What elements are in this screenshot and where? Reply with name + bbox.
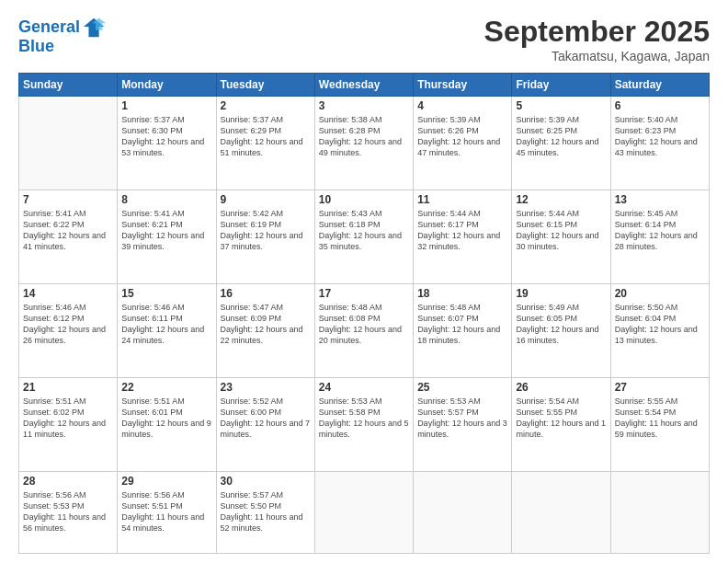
- day-number: 12: [516, 193, 606, 206]
- calendar-cell: 16Sunrise: 5:47 AMSunset: 6:09 PMDayligh…: [216, 283, 314, 377]
- day-number: 17: [319, 287, 409, 300]
- cell-info: Sunrise: 5:50 AMSunset: 6:04 PMDaylight:…: [615, 302, 705, 347]
- calendar-cell: [19, 97, 118, 190]
- day-number: 8: [121, 193, 211, 206]
- calendar-cell: 24Sunrise: 5:53 AMSunset: 5:58 PMDayligh…: [314, 377, 413, 471]
- location: Takamatsu, Kagawa, Japan: [484, 49, 710, 63]
- calendar-cell: 2Sunrise: 5:37 AMSunset: 6:29 PMDaylight…: [216, 97, 314, 190]
- day-number: 15: [121, 287, 211, 300]
- cell-info: Sunrise: 5:41 AMSunset: 6:21 PMDaylight:…: [121, 208, 211, 253]
- calendar-week-row: 1Sunrise: 5:37 AMSunset: 6:30 PMDaylight…: [19, 97, 710, 190]
- calendar-cell: 11Sunrise: 5:44 AMSunset: 6:17 PMDayligh…: [414, 190, 512, 283]
- calendar-cell: 6Sunrise: 5:40 AMSunset: 6:23 PMDaylight…: [610, 97, 709, 190]
- title-block: September 2025 Takamatsu, Kagawa, Japan: [484, 15, 710, 63]
- day-number: 24: [319, 381, 409, 394]
- calendar-cell: 17Sunrise: 5:48 AMSunset: 6:08 PMDayligh…: [314, 283, 413, 377]
- calendar-cell: 27Sunrise: 5:55 AMSunset: 5:54 PMDayligh…: [610, 377, 709, 471]
- calendar-cell: 20Sunrise: 5:50 AMSunset: 6:04 PMDayligh…: [610, 283, 709, 377]
- cell-info: Sunrise: 5:48 AMSunset: 6:08 PMDaylight:…: [319, 302, 409, 347]
- calendar-header-wednesday: Wednesday: [314, 74, 413, 97]
- logo-text: General: [18, 18, 80, 37]
- day-number: 6: [615, 99, 705, 112]
- cell-info: Sunrise: 5:56 AMSunset: 5:53 PMDaylight:…: [23, 489, 113, 534]
- cell-info: Sunrise: 5:39 AMSunset: 6:25 PMDaylight:…: [516, 114, 606, 159]
- logo-icon: [82, 15, 108, 40]
- cell-info: Sunrise: 5:38 AMSunset: 6:28 PMDaylight:…: [319, 114, 409, 159]
- calendar-week-row: 14Sunrise: 5:46 AMSunset: 6:12 PMDayligh…: [19, 283, 710, 377]
- calendar-header-row: SundayMondayTuesdayWednesdayThursdayFrid…: [19, 74, 710, 97]
- day-number: 27: [615, 381, 705, 394]
- day-number: 9: [221, 193, 311, 206]
- cell-info: Sunrise: 5:48 AMSunset: 6:07 PMDaylight:…: [417, 302, 507, 347]
- cell-info: Sunrise: 5:49 AMSunset: 6:05 PMDaylight:…: [516, 302, 606, 347]
- cell-info: Sunrise: 5:54 AMSunset: 5:55 PMDaylight:…: [516, 396, 606, 441]
- calendar-cell: 22Sunrise: 5:51 AMSunset: 6:01 PMDayligh…: [118, 377, 216, 471]
- calendar-header-sunday: Sunday: [19, 74, 118, 97]
- calendar-cell: 5Sunrise: 5:39 AMSunset: 6:25 PMDaylight…: [512, 97, 610, 190]
- day-number: 5: [516, 99, 606, 112]
- calendar-header-tuesday: Tuesday: [216, 74, 314, 97]
- cell-info: Sunrise: 5:46 AMSunset: 6:11 PMDaylight:…: [121, 302, 211, 347]
- cell-info: Sunrise: 5:51 AMSunset: 6:02 PMDaylight:…: [23, 396, 113, 441]
- calendar-cell: 29Sunrise: 5:56 AMSunset: 5:51 PMDayligh…: [118, 471, 216, 553]
- calendar-cell: 14Sunrise: 5:46 AMSunset: 6:12 PMDayligh…: [19, 283, 118, 377]
- calendar-cell: 18Sunrise: 5:48 AMSunset: 6:07 PMDayligh…: [414, 283, 512, 377]
- calendar-cell: 23Sunrise: 5:52 AMSunset: 6:00 PMDayligh…: [216, 377, 314, 471]
- calendar-cell: 30Sunrise: 5:57 AMSunset: 5:50 PMDayligh…: [216, 471, 314, 553]
- cell-info: Sunrise: 5:39 AMSunset: 6:26 PMDaylight:…: [417, 114, 507, 159]
- cell-info: Sunrise: 5:46 AMSunset: 6:12 PMDaylight:…: [23, 302, 113, 347]
- calendar-cell: 12Sunrise: 5:44 AMSunset: 6:15 PMDayligh…: [512, 190, 610, 283]
- header: General Blue September 2025 Takamatsu, K…: [18, 15, 710, 63]
- day-number: 25: [417, 381, 507, 394]
- cell-info: Sunrise: 5:53 AMSunset: 5:57 PMDaylight:…: [417, 396, 507, 441]
- cell-info: Sunrise: 5:37 AMSunset: 6:30 PMDaylight:…: [121, 114, 211, 159]
- calendar-header-thursday: Thursday: [414, 74, 512, 97]
- calendar-cell: 10Sunrise: 5:43 AMSunset: 6:18 PMDayligh…: [314, 190, 413, 283]
- cell-info: Sunrise: 5:37 AMSunset: 6:29 PMDaylight:…: [221, 114, 311, 159]
- calendar-cell: 8Sunrise: 5:41 AMSunset: 6:21 PMDaylight…: [118, 190, 216, 283]
- day-number: 28: [23, 475, 113, 488]
- calendar-cell: 9Sunrise: 5:42 AMSunset: 6:19 PMDaylight…: [216, 190, 314, 283]
- calendar-cell: 13Sunrise: 5:45 AMSunset: 6:14 PMDayligh…: [610, 190, 709, 283]
- calendar-header-friday: Friday: [512, 74, 610, 97]
- cell-info: Sunrise: 5:51 AMSunset: 6:01 PMDaylight:…: [121, 396, 211, 441]
- cell-info: Sunrise: 5:42 AMSunset: 6:19 PMDaylight:…: [221, 208, 311, 253]
- calendar-cell: [512, 471, 610, 553]
- calendar-cell: 21Sunrise: 5:51 AMSunset: 6:02 PMDayligh…: [19, 377, 118, 471]
- day-number: 10: [319, 193, 409, 206]
- calendar-cell: 3Sunrise: 5:38 AMSunset: 6:28 PMDaylight…: [314, 97, 413, 190]
- calendar-cell: 1Sunrise: 5:37 AMSunset: 6:30 PMDaylight…: [118, 97, 216, 190]
- cell-info: Sunrise: 5:44 AMSunset: 6:17 PMDaylight:…: [417, 208, 507, 253]
- day-number: 30: [221, 475, 311, 488]
- day-number: 21: [23, 381, 113, 394]
- day-number: 4: [417, 99, 507, 112]
- calendar-cell: [314, 471, 413, 553]
- cell-info: Sunrise: 5:40 AMSunset: 6:23 PMDaylight:…: [615, 114, 705, 159]
- calendar-cell: 4Sunrise: 5:39 AMSunset: 6:26 PMDaylight…: [414, 97, 512, 190]
- cell-info: Sunrise: 5:44 AMSunset: 6:15 PMDaylight:…: [516, 208, 606, 253]
- cell-info: Sunrise: 5:55 AMSunset: 5:54 PMDaylight:…: [615, 396, 705, 441]
- calendar-cell: [610, 471, 709, 553]
- calendar-cell: 26Sunrise: 5:54 AMSunset: 5:55 PMDayligh…: [512, 377, 610, 471]
- day-number: 11: [417, 193, 507, 206]
- day-number: 2: [221, 99, 311, 112]
- day-number: 16: [221, 287, 311, 300]
- logo: General Blue: [18, 15, 108, 56]
- calendar-cell: 15Sunrise: 5:46 AMSunset: 6:11 PMDayligh…: [118, 283, 216, 377]
- day-number: 3: [319, 99, 409, 112]
- day-number: 23: [221, 381, 311, 394]
- calendar-cell: 28Sunrise: 5:56 AMSunset: 5:53 PMDayligh…: [19, 471, 118, 553]
- month-year: September 2025: [484, 15, 710, 49]
- cell-info: Sunrise: 5:57 AMSunset: 5:50 PMDaylight:…: [221, 489, 311, 534]
- day-number: 1: [121, 99, 211, 112]
- calendar-header-saturday: Saturday: [610, 74, 709, 97]
- calendar-week-row: 28Sunrise: 5:56 AMSunset: 5:53 PMDayligh…: [19, 471, 710, 553]
- day-number: 14: [23, 287, 113, 300]
- calendar-cell: 19Sunrise: 5:49 AMSunset: 6:05 PMDayligh…: [512, 283, 610, 377]
- day-number: 18: [417, 287, 507, 300]
- calendar-header-monday: Monday: [118, 74, 216, 97]
- calendar-table: SundayMondayTuesdayWednesdayThursdayFrid…: [18, 73, 710, 554]
- cell-info: Sunrise: 5:52 AMSunset: 6:00 PMDaylight:…: [221, 396, 311, 441]
- day-number: 19: [516, 287, 606, 300]
- calendar-cell: [414, 471, 512, 553]
